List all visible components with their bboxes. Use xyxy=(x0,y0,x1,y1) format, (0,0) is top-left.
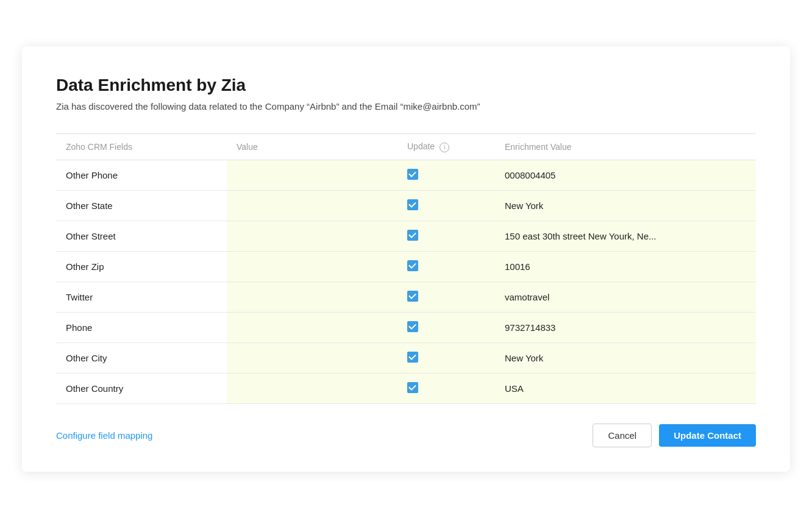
value-cell xyxy=(227,342,397,373)
field-name-cell: Other State xyxy=(56,190,227,221)
value-cell xyxy=(227,160,397,190)
update-info-icon: i xyxy=(440,143,449,152)
enrichment-value-cell: 0008004405 xyxy=(495,160,756,190)
value-cell xyxy=(227,373,397,403)
table-header-row: Zoho CRM Fields Value Update i Enrichmen… xyxy=(56,134,756,160)
table-row: Other StateNew York xyxy=(56,190,756,221)
update-checkbox[interactable] xyxy=(407,382,418,393)
modal-container: Data Enrichment by Zia Zia has discovere… xyxy=(22,46,790,471)
field-name-cell: Other Country xyxy=(56,373,227,403)
update-cell xyxy=(397,312,495,342)
enrichment-value-cell: 9732714833 xyxy=(495,312,756,342)
table-row: Other CountryUSA xyxy=(56,373,756,403)
update-cell xyxy=(397,251,495,282)
enrichment-value-cell: New York xyxy=(495,190,756,221)
enrichment-value-cell: 150 east 30th street New Yourk, Ne... xyxy=(495,221,756,251)
col-header-value: Value xyxy=(227,134,397,160)
value-cell xyxy=(227,221,397,251)
update-checkbox[interactable] xyxy=(407,321,418,332)
col-header-fields: Zoho CRM Fields xyxy=(56,134,227,160)
col-header-update: Update i xyxy=(397,134,495,160)
update-cell xyxy=(397,221,495,251)
field-name-cell: Other Phone xyxy=(56,160,227,190)
update-checkbox[interactable] xyxy=(407,291,418,302)
cancel-button[interactable]: Cancel xyxy=(593,424,652,447)
col-header-enrichment: Enrichment Value xyxy=(495,134,756,160)
field-name-cell: Other Street xyxy=(56,221,227,251)
value-cell xyxy=(227,190,397,221)
table-row: Other Zip10016 xyxy=(56,251,756,282)
table-row: Twittervamotravel xyxy=(56,282,756,312)
configure-field-mapping-link[interactable]: Configure field mapping xyxy=(56,430,152,441)
field-name-cell: Twitter xyxy=(56,282,227,312)
update-cell xyxy=(397,342,495,373)
update-cell xyxy=(397,373,495,403)
update-checkbox[interactable] xyxy=(407,260,418,271)
update-checkbox[interactable] xyxy=(407,230,418,241)
value-cell xyxy=(227,282,397,312)
table-row: Other CityNew York xyxy=(56,342,756,373)
enrichment-value-cell: vamotravel xyxy=(495,282,756,312)
enrichment-value-cell: USA xyxy=(495,373,756,403)
update-checkbox[interactable] xyxy=(407,199,418,210)
update-cell xyxy=(397,190,495,221)
table-row: Phone9732714833 xyxy=(56,312,756,342)
value-cell xyxy=(227,251,397,282)
update-checkbox[interactable] xyxy=(407,169,418,180)
field-name-cell: Other Zip xyxy=(56,251,227,282)
update-contact-button[interactable]: Update Contact xyxy=(659,424,756,447)
field-name-cell: Other City xyxy=(56,342,227,373)
table-row: Other Phone0008004405 xyxy=(56,160,756,190)
enrichment-table: Zoho CRM Fields Value Update i Enrichmen… xyxy=(56,133,756,403)
table-row: Other Street150 east 30th street New You… xyxy=(56,221,756,251)
page-title: Data Enrichment by Zia xyxy=(56,76,756,95)
page-subtitle: Zia has discovered the following data re… xyxy=(56,101,756,112)
update-checkbox[interactable] xyxy=(407,352,418,363)
enrichment-value-cell: New York xyxy=(495,342,756,373)
enrichment-value-cell: 10016 xyxy=(495,251,756,282)
footer-buttons: Cancel Update Contact xyxy=(593,424,756,447)
value-cell xyxy=(227,312,397,342)
field-name-cell: Phone xyxy=(56,312,227,342)
footer: Configure field mapping Cancel Update Co… xyxy=(56,424,756,447)
update-cell xyxy=(397,160,495,190)
update-cell xyxy=(397,282,495,312)
